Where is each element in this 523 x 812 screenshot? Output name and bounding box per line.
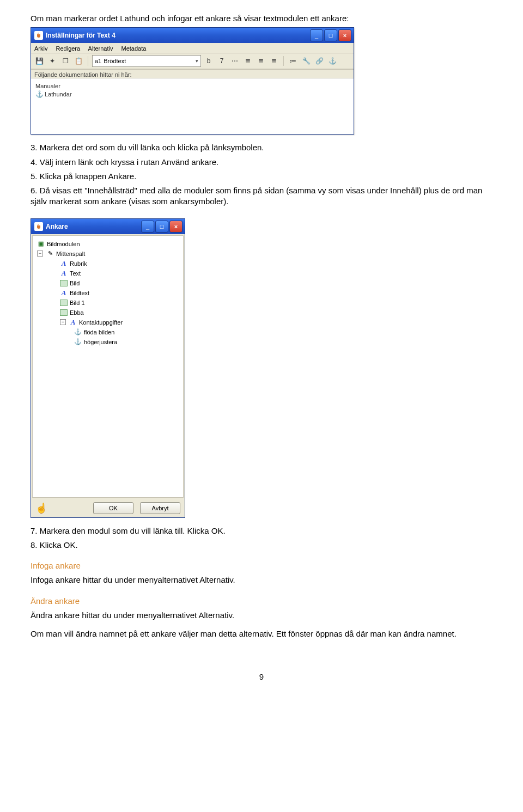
text-andra-ankare: Ändra ankare hittar du under menyalterna…: [31, 610, 492, 621]
picture-icon: [60, 280, 68, 286]
list-icon[interactable]: ≔: [288, 56, 299, 66]
tree-label: Bild: [70, 280, 80, 286]
window-title: Inställningar för Text 4: [46, 32, 310, 39]
minimize-button[interactable]: _: [310, 29, 323, 41]
minimize-button[interactable]: _: [141, 221, 154, 233]
menu-redigera[interactable]: Redigera: [56, 45, 81, 52]
tree-node-ebba[interactable]: Ebba: [35, 308, 181, 318]
anchor-icon: ⚓: [74, 328, 82, 336]
step-5: 5. Klicka på knappen Ankare.: [31, 171, 492, 182]
align-center-icon[interactable]: ≣: [256, 56, 266, 66]
menu-arkiv[interactable]: Arkiv: [34, 45, 47, 52]
titlebar: Ankare _ □ ×: [31, 219, 185, 234]
intro-text: Om man markerar ordet Lathund och infoga…: [31, 13, 492, 24]
tree-label: högerjustera: [84, 339, 117, 345]
tree-label: Kontaktuppgifter: [79, 319, 123, 326]
step-6: 6. Då visas ett "Innehållsträd" med alla…: [31, 185, 492, 207]
wrench-icon[interactable]: 🔧: [301, 56, 312, 66]
maximize-button[interactable]: □: [155, 221, 168, 233]
style-prefix-icon: a1: [95, 58, 101, 64]
align-left-icon[interactable]: ≣: [242, 56, 253, 66]
separator: [88, 56, 88, 66]
menu-metadata[interactable]: Metadata: [121, 45, 147, 52]
tree-node-text[interactable]: A Text: [35, 268, 181, 278]
add-icon[interactable]: ✦: [47, 56, 58, 66]
format-b-icon[interactable]: b: [203, 56, 214, 66]
tree-panel: ▣ Bildmodulen − ✎ Mittenspalt A Rubrik A…: [32, 235, 184, 498]
save-icon[interactable]: 💾: [34, 56, 45, 66]
tree-node-bild1[interactable]: Bild 1: [35, 298, 181, 308]
text-a-icon: A: [60, 270, 68, 277]
tree-node-hogerjustera[interactable]: ⚓ högerjustera: [35, 337, 181, 347]
step-7: 7. Markera den modul som du vill länka t…: [31, 526, 492, 536]
picture-icon: [60, 300, 68, 306]
tree-label: Text: [70, 270, 81, 277]
tree-label: Bildtext: [70, 290, 89, 296]
step-8: 8. Klicka OK.: [31, 540, 492, 551]
toolbar: 💾 ✦ ❐ 📋 a1 Brödtext ▾ b 7 ⋯ ≣ ≣ ≣ ≔ 🔧 🔗 …: [31, 53, 354, 69]
heading-andra-ankare: Ändra ankare: [31, 596, 492, 607]
editor-line-lathundar-text: Lathundar: [45, 91, 72, 97]
step-4: 4. Välj intern länk och kryssa i rutan A…: [31, 157, 492, 168]
tree-label: Rubrik: [70, 260, 87, 267]
java-cup-icon: [34, 31, 43, 40]
format-7-icon[interactable]: 7: [216, 56, 227, 66]
style-select[interactable]: a1 Brödtext ▾: [92, 55, 201, 67]
menubar: Arkiv Redigera Alternativ Metadata: [31, 43, 354, 53]
chevron-down-icon: ▾: [196, 58, 198, 64]
dialog-footer: ☝ OK Avbryt: [31, 499, 185, 517]
step-3: 3. Markera det ord som du vill länka och…: [31, 142, 492, 153]
heading-infoga-ankare: Infoga ankare: [31, 560, 492, 571]
text-a-icon: A: [60, 260, 68, 267]
editor-line-manualer: Manualer: [35, 83, 349, 89]
anchor-icon[interactable]: ⚓: [327, 56, 338, 66]
tree-label: Ebba: [70, 309, 84, 316]
menu-alternativ[interactable]: Alternativ: [88, 45, 113, 52]
tree-node-bildmodulen[interactable]: ▣ Bildmodulen: [35, 239, 181, 249]
text4-settings-window: Inställningar för Text 4 _ □ × Arkiv Red…: [31, 27, 354, 135]
tree-node-floda-bilden[interactable]: ⚓ flöda bilden: [35, 327, 181, 337]
cancel-button[interactable]: Avbryt: [140, 502, 180, 514]
close-button[interactable]: ×: [169, 221, 183, 233]
tree-label: Bild 1: [70, 300, 85, 306]
text-a-icon: A: [69, 319, 77, 326]
text-a-icon: A: [60, 289, 68, 297]
final-paragraph: Om man vill ändra namnet på ett ankare v…: [31, 628, 492, 639]
tree-node-mittenspalt[interactable]: − ✎ Mittenspalt: [35, 249, 181, 259]
page-number: 9: [31, 672, 492, 681]
tree-node-kontaktuppgifter[interactable]: − A Kontaktuppgifter: [35, 318, 181, 327]
collapse-toggle[interactable]: −: [60, 319, 66, 325]
maximize-button[interactable]: □: [324, 29, 337, 41]
paste-icon[interactable]: 📋: [73, 56, 84, 66]
tree-label: Mittenspalt: [56, 251, 85, 257]
text-infoga-ankare: Infoga ankare hittar du under menyaltern…: [31, 575, 492, 585]
tree-node-bild[interactable]: Bild: [35, 278, 181, 288]
column-icon: ✎: [46, 250, 54, 258]
tree-node-rubrik[interactable]: A Rubrik: [35, 259, 181, 268]
link-icon[interactable]: 🔗: [314, 56, 325, 66]
ellipsis-icon[interactable]: ⋯: [229, 56, 240, 66]
java-cup-icon: [34, 222, 43, 231]
ok-button[interactable]: OK: [93, 502, 133, 514]
tree-node-bildtext[interactable]: A Bildtext: [35, 288, 181, 298]
ankare-window: Ankare _ □ × ▣ Bildmodulen − ✎ Mittenspa…: [31, 218, 185, 518]
anchor-glyph-icon: ⚓: [35, 90, 44, 98]
copy-icon[interactable]: ❐: [60, 56, 71, 66]
hand-icon: ☝: [35, 502, 47, 514]
picture-icon: [60, 309, 68, 316]
titlebar: Inställningar för Text 4 _ □ ×: [31, 28, 354, 43]
editor-field-label: Följande dokumentation hittar ni här:: [31, 69, 354, 78]
collapse-toggle[interactable]: −: [37, 251, 43, 257]
align-right-icon[interactable]: ≣: [269, 56, 279, 66]
close-button[interactable]: ×: [338, 29, 351, 41]
separator: [283, 56, 284, 66]
editor-line-lathundar: ⚓Lathundar: [35, 90, 349, 98]
tree-label: Bildmodulen: [47, 241, 80, 247]
editor-area[interactable]: Manualer ⚓Lathundar: [31, 78, 354, 134]
image-module-icon: ▣: [37, 240, 45, 248]
anchor-icon: ⚓: [74, 338, 82, 346]
style-select-value: Brödtext: [104, 58, 126, 64]
tree-label: flöda bilden: [84, 329, 114, 335]
window-title: Ankare: [46, 223, 141, 230]
